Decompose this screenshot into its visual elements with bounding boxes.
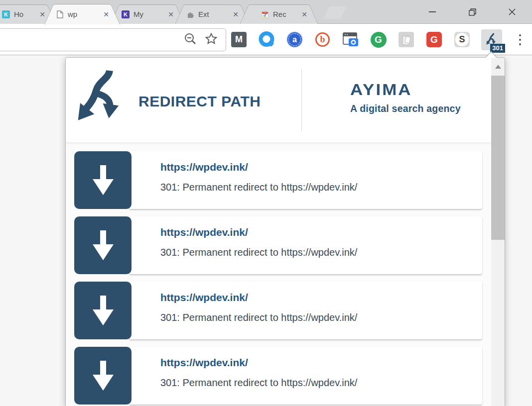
tab-title: My bbox=[133, 10, 162, 18]
redirect-entry-card: https://wpdev.ink/ 301: Permanent redire… bbox=[129, 282, 482, 339]
redirect-arrow-icon bbox=[74, 282, 132, 339]
tab-title: Ho bbox=[14, 10, 34, 18]
tab-title: wp bbox=[68, 10, 98, 18]
tab-page-favicon-icon bbox=[56, 10, 64, 18]
tab-close-icon[interactable]: ✕ bbox=[300, 10, 309, 19]
redirect-path-logo-icon bbox=[74, 69, 129, 127]
extension-icons-row: M a b G bbox=[230, 24, 528, 55]
tab-close-icon[interactable]: ✕ bbox=[166, 10, 175, 19]
redirect-entry-card: https://wpdev.ink/ 301: Permanent redire… bbox=[129, 151, 482, 209]
tab-close-icon[interactable]: ✕ bbox=[38, 10, 47, 19]
redirect-status: 301: Permanent redirect to https://wpdev… bbox=[160, 312, 477, 323]
window-close-button[interactable] bbox=[492, 0, 532, 24]
redirect-status: 301: Permanent redirect to https://wpdev… bbox=[160, 377, 477, 389]
tab-strip: K Ho ✕ wp ✕ K My ✕ bbox=[0, 0, 532, 24]
redirect-entry-card: https://wpdev.ink/ 301: Permanent redire… bbox=[129, 216, 482, 274]
redirect-arrow-icon bbox=[74, 151, 132, 209]
redirect-entry: https://wpdev.ink/ 301: Permanent redire… bbox=[74, 216, 482, 274]
clipboard-extension-icon[interactable] bbox=[398, 31, 415, 48]
redirect-url: https://wpdev.ink/ bbox=[160, 292, 477, 304]
redirect-url: https://wpdev.ink/ bbox=[160, 161, 477, 173]
popup-header: REDIRECT PATH AYIMA A digital search age… bbox=[66, 58, 505, 143]
screenshot-extension-icon[interactable] bbox=[342, 31, 359, 48]
agency-name: AYIMA bbox=[350, 81, 461, 99]
popup-scrollbar[interactable] bbox=[491, 58, 505, 406]
brand-name: REDIRECT PATH bbox=[138, 93, 261, 110]
redirect-path-extension-icon[interactable]: 301 bbox=[481, 29, 502, 50]
scrollbar-up-arrow-icon[interactable] bbox=[491, 58, 505, 76]
redirect-entry: https://wpdev.ink/ 301: Permanent redire… bbox=[74, 151, 482, 209]
tab-wp-active[interactable]: wp ✕ bbox=[49, 4, 116, 24]
redirect-url: https://wpdev.ink/ bbox=[160, 357, 477, 369]
bitly-extension-icon[interactable]: b bbox=[314, 31, 331, 48]
puzzle-icon bbox=[186, 10, 194, 18]
tab-extensions[interactable]: Ext ✕ bbox=[179, 4, 245, 24]
redirect-path-popup: REDIRECT PATH AYIMA A digital search age… bbox=[65, 57, 505, 406]
browser-toolbar: M a b G bbox=[0, 24, 532, 55]
s-extension-icon[interactable]: S bbox=[453, 31, 471, 48]
redirect-status: 301: Permanent redirect to https://wpdev… bbox=[160, 182, 477, 193]
tab-my[interactable]: K My ✕ bbox=[115, 4, 180, 24]
tab-close-icon[interactable]: ✕ bbox=[102, 10, 111, 19]
gmail-checker-extension-icon[interactable]: G bbox=[425, 31, 443, 48]
chrome-menu-icon[interactable] bbox=[513, 34, 528, 45]
new-tab-button[interactable] bbox=[323, 6, 347, 19]
q-extension-icon[interactable] bbox=[258, 31, 275, 48]
scrollbar-thumb[interactable] bbox=[491, 76, 505, 240]
tab-home-favicon-icon: K bbox=[2, 10, 10, 18]
grammarly-extension-icon[interactable]: G bbox=[370, 31, 387, 48]
redirect-entry: https://wpdev.ink/ 301: Permanent redire… bbox=[74, 347, 482, 405]
mailtrack-extension-icon[interactable]: M bbox=[230, 31, 248, 48]
tab-close-icon[interactable]: ✕ bbox=[231, 10, 240, 19]
window-controls bbox=[412, 0, 532, 24]
amazon-assistant-extension-icon[interactable]: a bbox=[286, 31, 303, 48]
redirect-url: https://wpdev.ink/ bbox=[160, 226, 477, 238]
redirect-entry-card: https://wpdev.ink/ 301: Permanent redire… bbox=[129, 347, 482, 405]
zoom-out-page-icon[interactable] bbox=[184, 32, 197, 47]
bookmark-star-icon[interactable] bbox=[205, 32, 218, 47]
tab-title: Ext bbox=[198, 10, 227, 18]
header-divider bbox=[301, 69, 302, 131]
tab-kinsta-favicon-icon: K bbox=[122, 10, 130, 18]
redirect-status: 301: Permanent redirect to https://wpdev… bbox=[160, 247, 477, 258]
popup-anchor-caret bbox=[485, 51, 498, 58]
chrome-webstore-icon bbox=[261, 10, 269, 18]
ayima-logo: AYIMA A digital search agency bbox=[350, 81, 461, 114]
redirect-arrow-icon bbox=[74, 347, 132, 405]
window-restore-button[interactable] bbox=[452, 0, 492, 24]
tab-title: Rec bbox=[273, 10, 296, 18]
redirect-entry: https://wpdev.ink/ 301: Permanent redire… bbox=[74, 282, 482, 339]
tab-home[interactable]: K Ho ✕ bbox=[0, 4, 52, 24]
tab-webstore[interactable]: Rec ✕ bbox=[244, 4, 314, 24]
address-bar[interactable] bbox=[0, 28, 226, 51]
window-minimize-button[interactable] bbox=[412, 0, 452, 24]
agency-tagline: A digital search agency bbox=[350, 103, 461, 114]
redirect-list: https://wpdev.ink/ 301: Permanent redire… bbox=[66, 143, 492, 406]
redirect-arrow-icon bbox=[74, 216, 132, 274]
